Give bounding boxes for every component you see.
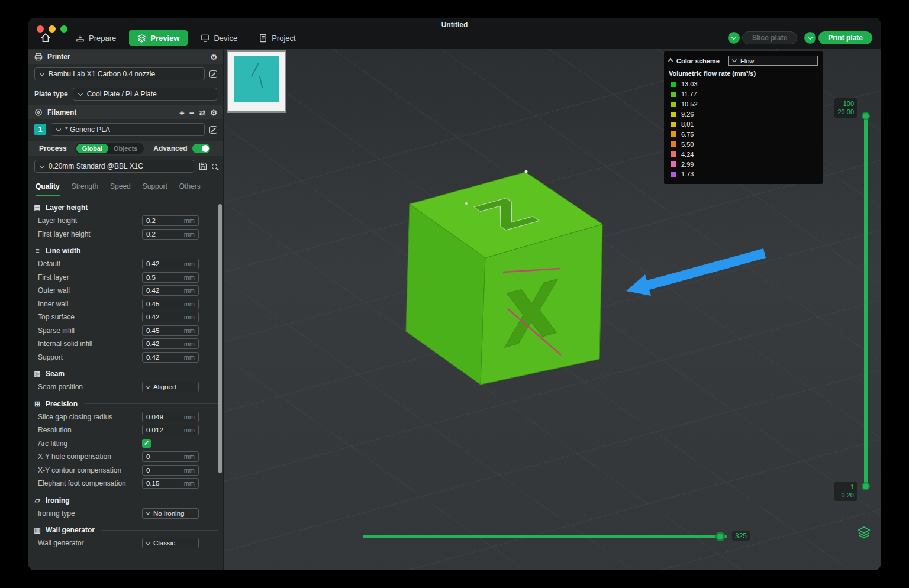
printer-settings-gear-icon[interactable]: ⚙ <box>210 53 217 61</box>
collapse-panel-icon[interactable] <box>669 60 672 62</box>
sidebar-scrollbar[interactable] <box>218 204 222 473</box>
group-ironing: ▱ Ironing <box>33 496 218 505</box>
advanced-toggle[interactable] <box>192 144 210 153</box>
legend-item: 9.26 <box>664 109 823 119</box>
xy-contour-compensation-input[interactable]: 0mm <box>142 465 199 476</box>
seam-position-select[interactable]: Aligned <box>142 382 199 392</box>
moves-slider[interactable] <box>363 535 727 538</box>
legend-swatch <box>671 102 676 107</box>
legend-swatch <box>671 172 676 177</box>
print-plate-dropdown[interactable] <box>804 32 816 44</box>
legend-swatch <box>671 122 676 127</box>
param-row: X-Y contour compensation 0mm <box>28 464 223 477</box>
slice-gap-closing-input[interactable]: 0.049mm <box>142 412 199 422</box>
slice-plate-dropdown[interactable] <box>728 32 740 44</box>
save-preset-icon[interactable] <box>199 162 207 170</box>
tab-device[interactable]: Device <box>192 30 246 46</box>
tab-preview[interactable]: Preview <box>129 30 188 46</box>
tab-project[interactable]: Project <box>250 30 304 46</box>
first-layer-height-input[interactable]: 0.2mm <box>142 229 199 240</box>
line-width-outer-wall-input[interactable]: 0.42mm <box>142 285 199 296</box>
edit-printer-icon[interactable] <box>209 70 217 78</box>
resolution-input[interactable]: 0.012mm <box>142 425 199 435</box>
plate-thumbnail-card <box>228 52 285 111</box>
legend-swatch <box>671 141 676 147</box>
chevron-down-icon <box>731 34 736 39</box>
remove-filament-button[interactable]: − <box>189 108 195 117</box>
param-row: Default 0.42mm <box>28 257 223 271</box>
chevron-down-icon <box>146 540 150 545</box>
tab-strength[interactable]: Strength <box>72 182 98 196</box>
print-plate-button[interactable]: Print plate <box>818 31 872 44</box>
plate-thumbnail[interactable] <box>227 50 286 113</box>
tab-speed[interactable]: Speed <box>110 182 131 196</box>
moves-slider-handle[interactable] <box>715 532 725 541</box>
filament-preset-select[interactable]: * Generic PLA <box>51 123 205 136</box>
arc-fitting-checkbox[interactable] <box>142 439 151 448</box>
color-scheme-select[interactable]: Flow <box>728 56 818 66</box>
plate-type-select[interactable]: Cool Plate / PLA Plate <box>73 88 217 101</box>
layers-view-button[interactable] <box>857 525 871 542</box>
slice-plate-button[interactable]: Slice plate <box>742 31 797 44</box>
param-row: Outer wall 0.42mm <box>28 284 223 298</box>
group-wall-generator: ▥ Wall generator <box>33 526 218 534</box>
process-tabs: Quality Strength Speed Support Others <box>28 176 223 196</box>
moves-slider-value: 325 <box>732 531 750 541</box>
line-width-first-layer-input[interactable]: 0.5mm <box>142 272 199 283</box>
process-preset-select[interactable]: 0.20mm Standard @BBL X1C <box>34 160 194 173</box>
flush-volumes-icon[interactable]: ⇄ <box>199 109 205 117</box>
legend-subtitle: Volumetric flow rate (mm³/s) <box>664 68 823 79</box>
line-width-inner-wall-input[interactable]: 0.45mm <box>142 299 199 309</box>
legend-swatch <box>671 161 676 167</box>
process-preset-row: 0.20mm Standard @BBL X1C <box>28 156 223 176</box>
titlebar: Untitled Prepare Preview Device Project <box>28 18 881 49</box>
printer-preset-select[interactable]: Bambu Lab X1 Carbon 0.4 nozzle <box>34 67 205 80</box>
line-width-sparse-infill-input[interactable]: 0.45mm <box>142 325 199 336</box>
device-icon <box>201 34 209 43</box>
plate-type-row: Plate type Cool Plate / PLA Plate <box>28 84 223 104</box>
wall-generator-select[interactable]: Classic <box>142 538 199 548</box>
plate-thumbnail-render <box>234 56 279 102</box>
home-button[interactable] <box>37 30 54 46</box>
edit-filament-icon[interactable] <box>209 126 217 134</box>
line-width-support-input[interactable]: 0.42mm <box>142 352 199 363</box>
main-toolbar: Prepare Preview Device Project Slice pla… <box>28 29 881 47</box>
layer-range-slider[interactable] <box>864 116 868 486</box>
filament-color-swatch[interactable]: 1 <box>34 124 46 135</box>
tab-support[interactable]: Support <box>143 182 167 196</box>
thumbnail-toolpath-mark <box>251 63 259 77</box>
color-scheme-panel: Color scheme Flow Volumetric flow rate (… <box>664 51 823 184</box>
filament-settings-gear-icon[interactable]: ⚙ <box>210 109 217 117</box>
line-width-top-surface-input[interactable]: 0.42mm <box>142 312 199 322</box>
scope-global-button[interactable]: Global <box>76 144 108 153</box>
group-line-width: ≡ Line width <box>33 247 218 255</box>
search-settings-icon[interactable] <box>212 164 217 169</box>
scope-objects-button[interactable]: Objects <box>108 144 143 153</box>
layer-height-input[interactable]: 0.2mm <box>142 215 199 226</box>
chevron-down-icon <box>78 91 82 95</box>
advanced-label: Advanced <box>153 144 187 153</box>
tab-others[interactable]: Others <box>179 182 201 196</box>
ironing-icon: ▱ <box>33 496 41 505</box>
plate-actions: Slice plate Print plate <box>728 31 872 44</box>
legend-item: 4.24 <box>664 149 823 159</box>
printer-section-header: Printer ⚙ <box>28 50 223 64</box>
line-width-default-input[interactable]: 0.42mm <box>142 259 199 269</box>
chevron-down-icon <box>808 34 813 39</box>
tab-prepare[interactable]: Prepare <box>67 30 124 46</box>
elephant-foot-compensation-input[interactable]: 0.15mm <box>142 478 199 489</box>
ironing-type-select[interactable]: No ironing <box>142 508 199 519</box>
add-filament-button[interactable]: + <box>179 108 185 117</box>
legend-item: 5.50 <box>664 139 823 149</box>
xy-hole-compensation-input[interactable]: 0mm <box>142 451 199 462</box>
tab-quality[interactable]: Quality <box>36 182 60 196</box>
legend-item: 6.75 <box>664 129 823 139</box>
line-width-internal-solid-input[interactable]: 0.42mm <box>142 338 199 349</box>
project-icon <box>259 34 267 43</box>
chevron-down-icon <box>732 57 737 62</box>
param-row: Seam position Aligned <box>28 380 223 394</box>
thumbnail-toolpath-mark <box>259 76 263 88</box>
param-row: Wall generator Classic <box>28 537 223 550</box>
layer-slider-top-handle[interactable] <box>862 112 870 120</box>
layer-slider-bottom-handle[interactable] <box>862 482 870 490</box>
